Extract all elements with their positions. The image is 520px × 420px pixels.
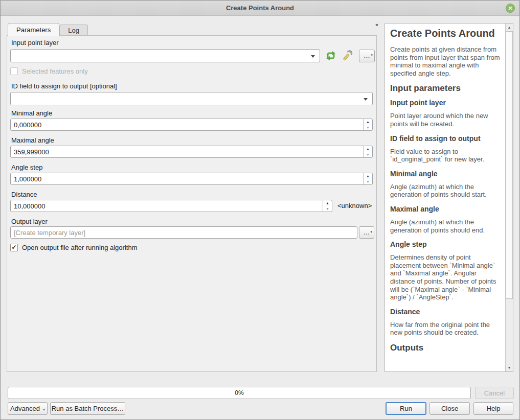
parameters-panel: Input point layer (7, 35, 377, 372)
maximal-angle-input[interactable] (11, 146, 363, 157)
collapse-help-icon[interactable]: ◂ (375, 22, 378, 27)
chevron-down-icon (311, 55, 315, 58)
help-h3: Minimal angle (390, 170, 501, 178)
open-output-checkbox-row: ✓ Open output file after running algorit… (10, 244, 137, 251)
ellipsis-icon: … (364, 52, 370, 59)
minimal-angle-label: Minimal angle (11, 109, 52, 117)
help-h3: Distance (390, 308, 501, 316)
iterate-loop-icon (324, 49, 337, 62)
distance-label: Distance (11, 191, 37, 198)
distance-unit-label: <unknown> (337, 202, 372, 209)
window-title: Create Points Around (1, 4, 519, 12)
help-h3: Angle step (390, 240, 501, 248)
dialog-create-points-around: Create Points Around ✕ Parameters Log In… (0, 0, 520, 420)
distance-spinbox: ▲ ▼ (10, 200, 332, 212)
angle-step-label: Angle step (11, 164, 42, 171)
angle-step-input[interactable] (11, 173, 363, 184)
tab-parameters-label: Parameters (16, 26, 51, 34)
spin-down-icon[interactable]: ▼ (323, 206, 332, 212)
output-layer-browse-button[interactable]: … ▾ (359, 226, 374, 239)
input-point-layer-combobox[interactable] (10, 49, 320, 62)
selected-features-checkbox (10, 67, 18, 75)
input-point-layer-label: Input point layer (11, 39, 59, 46)
id-field-combobox[interactable] (10, 92, 373, 105)
selected-features-label: Selected features only (22, 67, 88, 75)
tab-bar: Parameters Log (8, 23, 88, 36)
chevron-down-icon (364, 98, 368, 101)
chevron-down-icon: ▾ (43, 407, 45, 412)
progress-bar: 0% (8, 387, 471, 399)
angle-step-spinbox: ▲ ▼ (10, 173, 373, 185)
help-h2: Input parameters (390, 83, 501, 94)
spin-up-icon[interactable]: ▲ (364, 146, 372, 152)
help-h3: Input point layer (390, 99, 501, 107)
advanced-button-label: Advanced (10, 405, 40, 412)
chevron-down-icon: ▾ (371, 50, 373, 61)
chevron-down-icon: ▾ (370, 226, 372, 237)
scroll-up-icon[interactable]: ▲ (506, 24, 513, 31)
help-p: Determines density of point placement be… (390, 253, 501, 301)
help-p: Angle (azimuth) at which the generation … (390, 183, 501, 199)
spin-down-icon[interactable]: ▼ (364, 179, 372, 184)
help-h3: ID field to assign to output (390, 134, 501, 143)
distance-spin-buttons[interactable]: ▲ ▼ (323, 200, 332, 212)
ellipsis-icon: … (364, 228, 370, 236)
advanced-options-button[interactable] (341, 49, 354, 63)
output-layer-input[interactable] (10, 226, 357, 239)
scroll-down-icon[interactable]: ▼ (506, 364, 513, 371)
id-field-label: ID field to assign to output [optional] (11, 82, 117, 90)
check-icon: ✓ (11, 244, 16, 251)
close-button[interactable]: Close (429, 402, 470, 415)
spin-up-icon[interactable]: ▲ (364, 173, 372, 179)
angle-step-spin-buttons[interactable]: ▲ ▼ (363, 173, 372, 184)
close-window-icon[interactable]: ✕ (506, 4, 515, 13)
advanced-button[interactable]: Advanced▾ (8, 402, 48, 415)
help-h1: Create Points Around (390, 28, 501, 39)
minimal-angle-input[interactable] (11, 119, 363, 130)
help-p: Angle (azimuth) at which the generation … (390, 218, 501, 234)
open-output-checkbox[interactable]: ✓ (10, 244, 18, 251)
distance-input[interactable] (11, 200, 323, 212)
help-p: Point layer around which the new points … (390, 112, 501, 128)
help-p: Create points at given distance from poi… (390, 45, 501, 77)
help-button[interactable]: Help (473, 402, 513, 415)
maximal-angle-spin-buttons[interactable]: ▲ ▼ (363, 146, 372, 157)
maximal-angle-label: Maximal angle (11, 136, 54, 144)
minimal-angle-spin-buttons[interactable]: ▲ ▼ (363, 119, 372, 130)
tab-log[interactable]: Log (59, 25, 88, 36)
help-h2: Outputs (390, 343, 501, 353)
help-panel: Create Points AroundCreate points at giv… (385, 23, 513, 372)
minimal-angle-spinbox: ▲ ▼ (10, 119, 373, 131)
help-scrollbar[interactable]: ▲ ▼ (505, 24, 513, 371)
title-bar: Create Points Around ✕ (1, 1, 519, 16)
scrollbar-thumb[interactable] (506, 31, 513, 299)
spin-down-icon[interactable]: ▼ (364, 152, 372, 157)
spin-up-icon[interactable]: ▲ (323, 200, 332, 206)
run-button[interactable]: Run (386, 402, 426, 415)
spin-down-icon[interactable]: ▼ (364, 125, 372, 130)
run-as-batch-button[interactable]: Run as Batch Process… (50, 402, 125, 415)
maximal-angle-spinbox: ▲ ▼ (10, 146, 373, 158)
help-p: How far from the original point the new … (390, 321, 501, 337)
spin-up-icon[interactable]: ▲ (364, 119, 372, 125)
open-output-label: Open output file after running algorithm (22, 244, 137, 251)
tab-parameters[interactable]: Parameters (8, 23, 59, 36)
tab-log-label: Log (68, 27, 79, 34)
input-layer-options-button[interactable]: … ▾ (359, 50, 375, 62)
help-p: Field value to assign to `id_original_po… (390, 148, 501, 164)
iterate-layers-button[interactable] (324, 49, 337, 62)
output-layer-label: Output layer (11, 218, 48, 225)
help-content: Create Points AroundCreate points at giv… (385, 24, 506, 362)
cancel-button: Cancel (475, 387, 514, 399)
selected-features-checkbox-row: Selected features only (10, 67, 88, 75)
help-h3: Maximal angle (390, 205, 501, 213)
wrench-icon (341, 49, 354, 63)
